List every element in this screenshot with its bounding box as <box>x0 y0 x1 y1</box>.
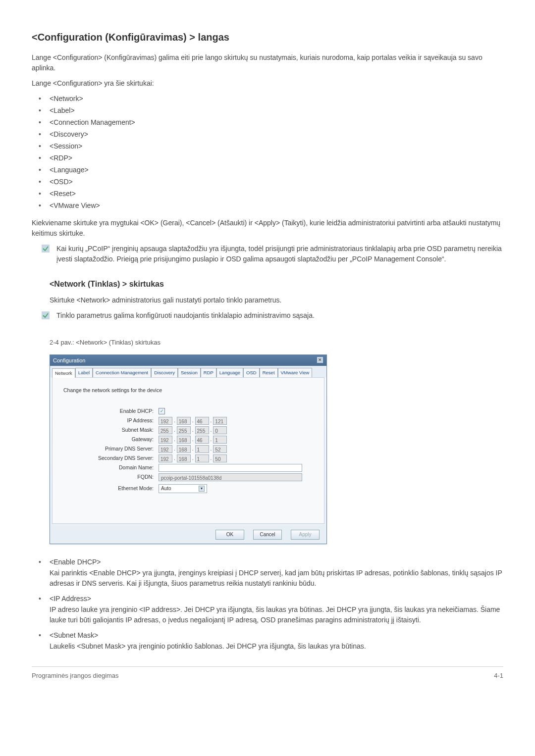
ok-button[interactable]: OK <box>215 530 244 540</box>
tab-network[interactable]: Network <box>52 368 75 378</box>
ip-address-field[interactable]: 192. 168. 46. 121 <box>159 417 227 425</box>
enable-dhcp-checkbox[interactable]: ✓ <box>159 408 165 414</box>
list-item: <VMware View> <box>32 201 503 211</box>
note-icon <box>42 311 50 319</box>
dialog-title-text: Configuration <box>53 356 85 365</box>
tab-label[interactable]: Label <box>75 368 93 377</box>
note-icon <box>42 245 50 252</box>
label-gateway: Gateway: <box>59 436 159 444</box>
tab-osd[interactable]: OSD <box>243 368 260 377</box>
tab-language[interactable]: Language <box>216 368 243 377</box>
svg-rect-0 <box>42 245 50 252</box>
svg-rect-1 <box>42 311 50 319</box>
ip-octet[interactable]: 1 <box>195 454 209 462</box>
ip-octet[interactable]: 255 <box>177 426 191 434</box>
list-item: <Session> <box>32 141 503 151</box>
label-ethernet-mode: Ethernet Mode: <box>59 485 159 493</box>
ip-octet[interactable]: 168 <box>177 417 191 425</box>
list-item: <Label> <box>32 105 503 116</box>
ip-octet[interactable]: 121 <box>213 417 227 425</box>
label-ip-address: IP Address: <box>59 417 159 425</box>
ip-octet[interactable]: 1 <box>195 445 209 453</box>
domain-name-field[interactable] <box>159 464 302 472</box>
ip-octet[interactable]: 50 <box>213 454 227 462</box>
tab-rdp[interactable]: RDP <box>201 368 216 377</box>
tab-vmware-view[interactable]: VMware View <box>278 368 313 377</box>
configuration-dialog: Configuration ✕ Network Label Connection… <box>50 354 327 544</box>
definition-item: <Enable DHCP> Kai parinktis <Enable DHCP… <box>32 557 503 589</box>
ip-octet[interactable]: 192 <box>159 445 172 453</box>
ip-octet[interactable]: 168 <box>177 436 191 444</box>
definition-body: Laukelis <Subnet Mask> yra įrenginio pot… <box>50 642 366 650</box>
select-value: Auto <box>161 485 171 492</box>
definition-item: <Subnet Mask> Laukelis <Subnet Mask> yra… <box>32 630 503 652</box>
chevron-down-icon[interactable]: ▾ <box>199 486 205 492</box>
definition-body: Kai parinktis <Enable DHCP> yra įjungta,… <box>50 569 502 587</box>
footer-right: 4-1 <box>494 671 503 681</box>
list-item: <Language> <box>32 165 503 175</box>
dialog-description: Change the network settings for the devi… <box>59 387 317 395</box>
ip-octet[interactable]: 168 <box>177 454 191 462</box>
definition-item: <IP Address> IP adreso lauke yra įrengin… <box>32 594 503 625</box>
ethernet-mode-select[interactable]: Auto ▾ <box>159 484 207 493</box>
note-text: Tinklo parametrus galima konfigūruoti na… <box>56 310 503 321</box>
ip-octet[interactable]: 168 <box>177 445 191 453</box>
ip-octet[interactable]: 192 <box>159 454 172 462</box>
section-heading-network: <Network (Tinklas) > skirtukas <box>50 278 503 290</box>
after-list-paragraph: Kiekviename skirtuke yra mygtukai <OK> (… <box>32 218 503 239</box>
definition-term: <Enable DHCP> <box>50 557 503 567</box>
note-block: Kai kurių „PCoIP“ įrenginių apsauga slap… <box>32 244 503 264</box>
section-paragraph: Skirtuke <Network> administratorius gali… <box>50 295 503 305</box>
ip-octet[interactable]: 255 <box>159 426 172 434</box>
secondary-dns-field[interactable]: 192. 168. 1. 50 <box>159 454 227 462</box>
dialog-button-row: OK Cancel Apply <box>50 526 326 544</box>
label-fqdn: FQDN: <box>59 473 159 481</box>
ip-octet[interactable]: 1 <box>213 436 227 444</box>
definition-term: <IP Address> <box>50 594 503 604</box>
list-item: <Connection Management> <box>32 117 503 128</box>
label-domain-name: Domain Name: <box>59 464 159 472</box>
note-block: Tinklo parametrus galima konfigūruoti na… <box>32 310 503 321</box>
tab-discovery[interactable]: Discovery <box>151 368 178 377</box>
definition-term: <Subnet Mask> <box>50 630 503 641</box>
figure-caption: 2-4 pav.: <Network> (Tinklas) skirtukas <box>50 338 503 348</box>
note-text: Kai kurių „PCoIP“ įrenginių apsauga slap… <box>56 244 503 264</box>
footer-left: Programinės įrangos diegimas <box>32 671 119 681</box>
ip-octet[interactable]: 255 <box>195 426 209 434</box>
primary-dns-field[interactable]: 192. 168. 1. 52 <box>159 445 227 453</box>
list-item: <RDP> <box>32 153 503 163</box>
label-primary-dns: Primary DNS Server: <box>59 445 159 453</box>
dialog-tabstrip: Network Label Connection Management Disc… <box>50 366 326 377</box>
label-subnet-mask: Subnet Mask: <box>59 426 159 434</box>
ip-octet[interactable]: 46 <box>195 436 209 444</box>
ip-octet[interactable]: 192 <box>159 417 172 425</box>
list-item: <Network> <box>32 94 503 104</box>
ip-octet[interactable]: 46 <box>195 417 209 425</box>
dialog-body: Change the network settings for the devi… <box>52 377 324 524</box>
definition-body: IP adreso lauke yra įrenginio <IP addres… <box>50 605 500 624</box>
fqdn-field: pcoip-portal-101558a0138d <box>159 473 302 481</box>
close-icon[interactable]: ✕ <box>317 356 323 363</box>
tab-connection-management[interactable]: Connection Management <box>93 368 151 377</box>
config-tabs-list: <Network> <Label> <Connection Management… <box>32 94 503 211</box>
intro-paragraph-1: Lange <Configuration> (Konfigūravimas) g… <box>32 52 503 73</box>
definitions-list: <Enable DHCP> Kai parinktis <Enable DHCP… <box>32 557 503 652</box>
gateway-field[interactable]: 192. 168. 46. 1 <box>159 436 227 444</box>
intro-paragraph-2: Lange <Configuration> yra šie skirtukai: <box>32 78 503 89</box>
apply-button[interactable]: Apply <box>291 530 320 540</box>
list-item: <Discovery> <box>32 129 503 140</box>
label-enable-dhcp: Enable DHCP: <box>59 407 159 415</box>
subnet-mask-field[interactable]: 255. 255. 255. 0 <box>159 426 227 434</box>
tab-session[interactable]: Session <box>178 368 201 377</box>
page-title: <Configuration (Konfigūravimas) > langas <box>32 30 503 45</box>
ip-octet[interactable]: 192 <box>159 436 172 444</box>
dialog-titlebar: Configuration ✕ <box>50 355 326 366</box>
list-item: <OSD> <box>32 177 503 187</box>
list-item: <Reset> <box>32 189 503 199</box>
label-secondary-dns: Secondary DNS Server: <box>59 454 159 462</box>
ip-octet[interactable]: 52 <box>213 445 227 453</box>
page-footer: Programinės įrangos diegimas 4-1 <box>32 666 503 681</box>
ip-octet[interactable]: 0 <box>213 426 227 434</box>
tab-reset[interactable]: Reset <box>260 368 278 377</box>
cancel-button[interactable]: Cancel <box>253 530 282 540</box>
